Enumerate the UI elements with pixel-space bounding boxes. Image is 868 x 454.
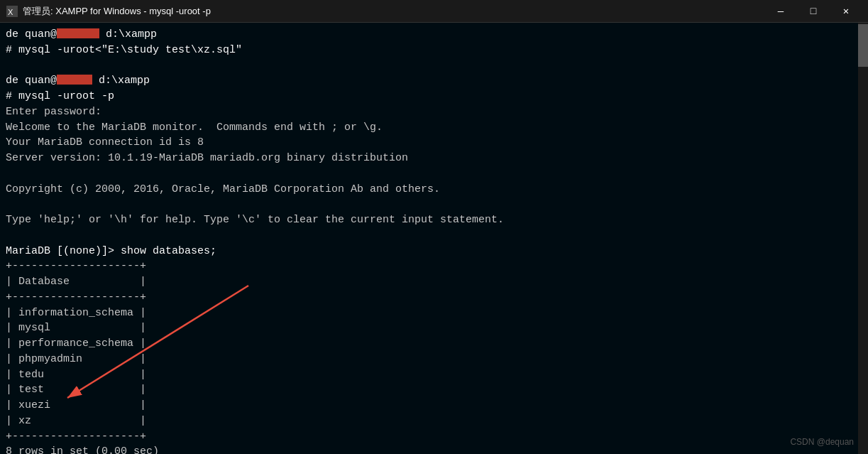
table-bottom-border: +--------------------+ — [6, 429, 862, 445]
terminal-conn-id: Your MariaDB connection id is 8 — [6, 135, 862, 151]
table-row-xz: | xz | — [6, 414, 862, 429]
terminal-cmd-2: # mysql -uroot -p — [6, 89, 862, 104]
scrollbar[interactable] — [858, 23, 868, 454]
scrollbar-thumb[interactable] — [858, 24, 868, 67]
table-row-test: | test | — [6, 382, 862, 398]
terminal-rows-result: 8 rows in set (0.00 sec) — [6, 444, 862, 454]
table-row-xuezi: | xuezi | — [6, 398, 862, 414]
terminal: de quan@ d:\xampp # mysql -uroot<"E:\stu… — [0, 23, 868, 454]
window-controls: — □ ✕ — [764, 0, 862, 23]
table-row-tedu: | tedu | — [6, 367, 862, 383]
watermark: CSDN @dequan — [790, 436, 854, 448]
terminal-help: Type 'help;' or '\h' for help. Type '\c'… — [6, 212, 862, 228]
redacted-hostname-1 — [57, 28, 99, 38]
terminal-blank-3 — [6, 197, 862, 212]
redacted-hostname-2 — [57, 75, 92, 85]
terminal-version: Server version: 10.1.19-MariaDB mariadb.… — [6, 151, 862, 166]
terminal-line-prefix-2: de quan@ d:\xampp — [6, 73, 862, 89]
close-button[interactable]: ✕ — [830, 0, 862, 23]
table-header-border: +--------------------+ — [6, 290, 862, 306]
terminal-blank-2 — [6, 166, 862, 182]
terminal-line-prefix-1: de quan@ d:\xampp — [6, 27, 862, 43]
table-top-border: +--------------------+ — [6, 259, 862, 274]
title-bar: X 管理员: XAMPP for Windows - mysql -uroot … — [0, 0, 868, 23]
table-row-performance-schema: | performance_schema | — [6, 336, 862, 352]
terminal-copyright: Copyright (c) 2000, 2016, Oracle, MariaD… — [6, 182, 862, 198]
terminal-show-db-cmd: MariaDB [(none)]> show databases; — [6, 244, 862, 259]
table-row-phpmyadmin: | phpmyadmin | — [6, 352, 862, 367]
title-text: 管理员: XAMPP for Windows - mysql -uroot -p — [23, 5, 764, 18]
terminal-cmd-1: # mysql -uroot<"E:\study test\xz.sql" — [6, 43, 862, 58]
table-row-information-schema: | information_schema | — [6, 306, 862, 321]
minimize-button[interactable]: — — [764, 0, 797, 23]
terminal-enter-pw: Enter password: — [6, 104, 862, 120]
terminal-blank-1 — [6, 58, 862, 74]
terminal-blank-4 — [6, 228, 862, 244]
terminal-welcome: Welcome to the MariaDB monitor. Commands… — [6, 120, 862, 136]
table-header: | Database | — [6, 274, 862, 290]
table-row-mysql: | mysql | — [6, 320, 862, 336]
app-icon: X — [6, 5, 18, 18]
svg-text:X: X — [8, 8, 13, 16]
maximize-button[interactable]: □ — [797, 0, 830, 23]
